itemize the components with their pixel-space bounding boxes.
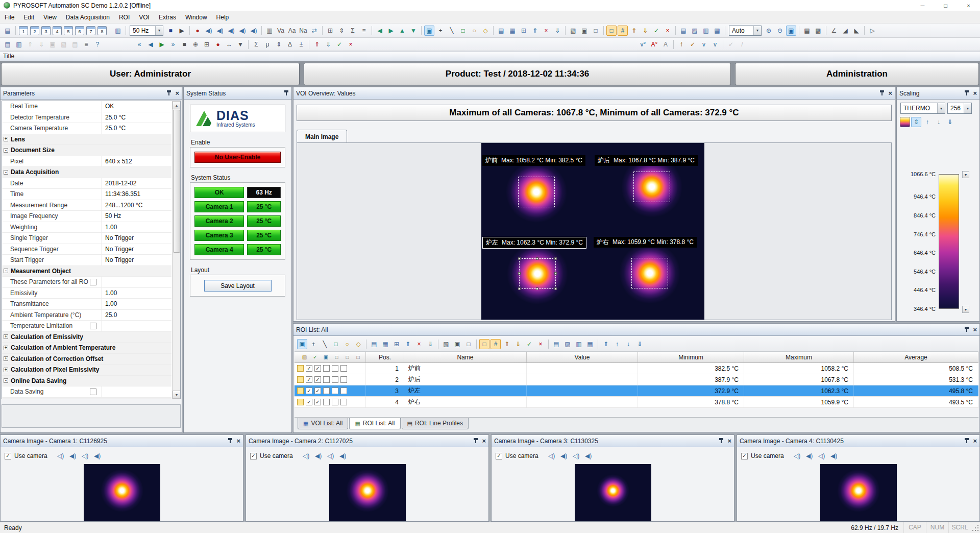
menu-item[interactable]: File <box>0 11 19 23</box>
snapshot-icon[interactable]: ▣ <box>47 39 58 50</box>
audio-low-icon[interactable]: ◁) <box>55 451 66 461</box>
camera-4-status-button[interactable]: Camera 4 <box>194 244 244 255</box>
roi-window4-icon[interactable]: ▦ <box>585 339 595 349</box>
zoom-combo[interactable]: Auto▼ <box>729 26 762 36</box>
nav-up-icon[interactable]: ▲ <box>397 26 407 36</box>
scale-full-icon[interactable]: ⇓ <box>945 117 955 127</box>
close-icon[interactable]: × <box>973 438 977 444</box>
roi-bottom-tab[interactable]: ▦ VOI List: All <box>298 418 348 429</box>
menu-item[interactable]: ROI <box>114 11 134 23</box>
parameter-value[interactable]: 25.0 °C <box>102 125 172 132</box>
paste-roi-icon[interactable]: ▦ <box>507 26 518 36</box>
profile-h-icon[interactable]: ∠ <box>829 26 839 36</box>
audio-low-alt-icon[interactable]: ◀) <box>67 451 79 461</box>
parameter-row[interactable]: Detector Temperature 25.0 °C <box>2 112 172 124</box>
roi-box-4[interactable] <box>631 258 668 288</box>
parameter-row[interactable]: Lens <box>2 134 172 146</box>
roi-enabled-checkbox[interactable] <box>314 399 321 405</box>
roi-table-row[interactable]: 4 炉右 378.8 °C 1059.9 °C 493.5 °C <box>295 397 978 408</box>
roi-copy-icon[interactable]: ▤ <box>369 339 379 349</box>
insert-icon[interactable]: ⊞ <box>325 26 335 36</box>
roi-enabled-checkbox[interactable] <box>314 365 321 372</box>
roi-export-icon[interactable]: ⇑ <box>403 339 413 349</box>
roi-alarm2-checkbox[interactable] <box>332 365 338 372</box>
parameter-value[interactable]: 1.00 <box>102 289 172 297</box>
record-icon[interactable]: ● <box>192 26 203 36</box>
layout-preset-1-icon[interactable]: 1 <box>19 26 28 35</box>
roi-disable-icon[interactable]: × <box>663 26 673 36</box>
user-enable-button[interactable]: No User-Enable <box>194 152 281 163</box>
parameter-row[interactable]: Temperature Limitation <box>2 321 172 332</box>
parameter-row[interactable]: Pixel 640 x 512 <box>2 156 172 167</box>
column-header-value[interactable]: Value <box>527 352 638 362</box>
pin-icon[interactable] <box>284 90 289 96</box>
roi-color-swatch[interactable] <box>297 399 304 405</box>
trigger-sequence-icon[interactable]: ⊞ <box>202 39 212 50</box>
administration-button[interactable]: Administration <box>735 63 979 85</box>
window-new-icon[interactable]: ▤ <box>678 26 689 36</box>
new-view-icon[interactable]: ▤ <box>3 26 13 36</box>
alarm-on-icon[interactable]: ✓ <box>334 39 345 50</box>
roi-enabled-checkbox[interactable] <box>314 376 321 383</box>
expand-box-icon[interactable] <box>4 137 8 141</box>
layout-preset-8-icon[interactable]: 8 <box>97 26 107 35</box>
scale-min-arrow-icon[interactable]: ▼ <box>962 306 969 313</box>
maximize-button[interactable]: □ <box>934 0 957 11</box>
menu-item[interactable]: Window <box>181 11 212 23</box>
roi-color-swatch[interactable] <box>297 365 304 372</box>
seq-back-icon[interactable]: ◀ <box>145 39 156 50</box>
col-alarm4-icon[interactable]: □ <box>354 353 362 361</box>
audio-low-icon[interactable]: ◁) <box>792 451 803 461</box>
audio-all-icon[interactable]: ◀) <box>204 26 214 36</box>
roi-back-icon[interactable]: □ <box>591 26 601 36</box>
pin-icon[interactable] <box>964 327 969 332</box>
scroll-up-icon[interactable]: ▲ <box>173 101 181 109</box>
voi-list-icon[interactable]: v <box>699 39 709 50</box>
menu-item[interactable]: Data Acquisition <box>61 11 114 23</box>
copy-roi-icon[interactable]: ▤ <box>496 26 506 36</box>
close-icon[interactable]: × <box>482 438 486 444</box>
close-icon[interactable]: × <box>973 90 977 96</box>
line-roi-icon[interactable]: ╲ <box>447 26 457 36</box>
parameter-value[interactable]: 1.00 <box>102 224 172 231</box>
roi-box-2[interactable] <box>633 172 670 202</box>
roi-table-row[interactable]: 1 炉前 382.5 °C 1058.2 °C 508.5 °C <box>295 363 978 374</box>
calc-delta-icon[interactable]: Δ <box>285 39 295 50</box>
parameter-row[interactable]: Calculation of Correction Offset <box>2 354 172 365</box>
parameter-row[interactable]: Calculation of Emissivity <box>2 332 172 343</box>
column-header-maximum[interactable]: Maximum <box>744 352 854 362</box>
roi-rect-icon[interactable]: □ <box>331 339 341 349</box>
roi-color-swatch[interactable] <box>297 376 304 383</box>
roi-move-bottom-icon[interactable]: ⇓ <box>634 339 645 349</box>
parameter-checkbox[interactable] <box>90 279 96 285</box>
doc-import-icon[interactable]: ⇓ <box>36 39 46 50</box>
calc-mean-icon[interactable]: μ <box>262 39 273 50</box>
roi-table-row[interactable]: 2 炉后 387.9 °C 1067.8 °C 531.3 °C <box>295 374 978 385</box>
swap-icon[interactable]: ⇄ <box>309 26 320 36</box>
roi-alarm1-checkbox[interactable] <box>323 376 330 383</box>
areas-display-icon[interactable]: Aa <box>287 26 297 36</box>
audio-cam4-icon[interactable]: ◀) <box>249 26 259 36</box>
nav-left-icon[interactable]: ◀ <box>375 26 385 36</box>
audio-high-alt-icon[interactable]: ◀) <box>92 451 103 461</box>
audio-low-alt-icon[interactable]: ◀) <box>558 451 570 461</box>
parameter-row[interactable]: Time 11:34:36.351 <box>2 189 172 200</box>
parameter-row[interactable]: Measurement Range 248...1200 °C <box>2 200 172 211</box>
roi-enable-icon[interactable]: ✓ <box>651 26 662 36</box>
parameter-row[interactable]: Start Trigger No Trigger <box>2 255 172 266</box>
pin-icon[interactable] <box>964 90 969 96</box>
run-icon[interactable]: ▷ <box>867 26 877 36</box>
compress-icon[interactable]: ≡ <box>359 26 369 36</box>
roi-raise-icon[interactable]: ⇑ <box>629 26 639 36</box>
parameter-value[interactable]: 640 x 512 <box>102 158 172 165</box>
parameter-value[interactable]: 2018-12-02 <box>102 180 172 187</box>
column-header-pos[interactable]: Pos. <box>366 352 404 362</box>
parameter-row[interactable]: These Parameters for all RO <box>2 277 172 288</box>
pixel-grid-icon[interactable]: ▩ <box>813 26 823 36</box>
close-icon[interactable]: × <box>236 438 240 444</box>
audio-high-alt-icon[interactable]: ◀) <box>337 451 349 461</box>
roi-disable-icon[interactable]: × <box>535 339 546 349</box>
roi-paste-icon[interactable]: ▦ <box>380 339 390 349</box>
roi-enabled-checkbox[interactable] <box>314 387 321 394</box>
parameter-row[interactable]: Online Alarm Data Saving <box>2 398 172 399</box>
